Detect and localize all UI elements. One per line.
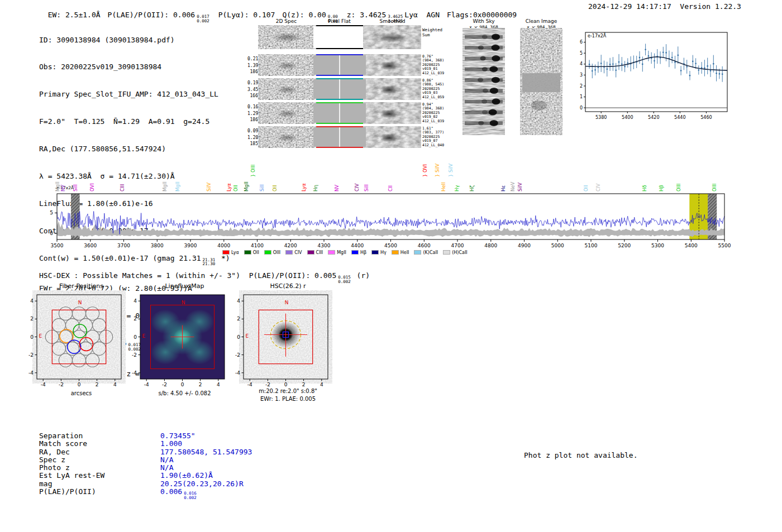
svg-text:2: 2	[30, 316, 34, 322]
match-row-label: Match score	[39, 439, 160, 448]
svg-text:3700: 3700	[117, 243, 130, 248]
match-row-label: mag	[39, 480, 160, 488]
legend-item: OIII	[264, 250, 280, 255]
svg-text:3600: 3600	[84, 243, 97, 248]
svg-text:4200: 4200	[284, 243, 297, 248]
legend-swatch	[443, 250, 450, 255]
smoothed-image	[366, 127, 418, 147]
svg-text:e-17x2Å: e-17x2Å	[588, 32, 607, 39]
with-sky-coords: x, y: 984, 368	[464, 25, 504, 30]
hsc-cutout-title: HSC(26.2) r	[229, 282, 332, 290]
pixel-flat-image	[313, 103, 366, 123]
match-row-label: Est LyA rest-EW	[39, 471, 160, 480]
hsc-caption-2: EWr: 1. PLAE: 0.005	[229, 396, 332, 402]
cutout-row-weighted	[260, 25, 419, 49]
svg-text:5420: 5420	[648, 115, 659, 120]
svg-text:4400: 4400	[351, 243, 364, 248]
clean-image-noise	[522, 33, 560, 130]
col-header-pixelflat: Pixel Flat	[313, 18, 366, 24]
match-row: mag20.25(20.23,20.26)R	[39, 480, 252, 487]
line-label: NeV	[510, 181, 516, 191]
legend-item: OII	[244, 250, 259, 255]
line-label: } SiIV	[448, 164, 454, 177]
legend-swatch	[244, 250, 251, 255]
line-label: OVI	[89, 183, 95, 191]
legend-item: Hβ	[351, 250, 366, 255]
svg-text:6: 6	[580, 40, 583, 45]
weighted-sum-label: Weighted Sum	[422, 27, 442, 37]
fiber-positions-title: Fiber Positions	[22, 282, 126, 290]
line-label: HeII	[441, 182, 446, 191]
north-marker: N	[285, 300, 289, 305]
smoothed-image	[366, 55, 418, 75]
match-row-value: 1.000	[160, 439, 182, 448]
match-row: Match score1.000	[39, 439, 252, 447]
line-label: MgII	[162, 181, 168, 191]
east-marker: E	[246, 333, 249, 339]
match-row-label: P(LAE)/P(OII)	[39, 487, 160, 496]
north-marker: N	[78, 300, 82, 305]
svg-text:-4: -4	[28, 370, 34, 376]
svg-text:5: 5	[50, 210, 53, 215]
fiber-weights: 0.211.39186	[247, 56, 258, 75]
legend-item: MgII	[328, 250, 346, 255]
seeing-stats: F=2.0" T=0.125 N̄=1.29 A=0.91 g=24.5	[39, 117, 230, 126]
gmag-uncertainty: 21.3121.30	[203, 258, 216, 266]
legend-swatch	[328, 250, 335, 255]
match-row-value: N/A	[160, 456, 173, 464]
svg-text:4: 4	[113, 382, 117, 387]
smoothed-image	[366, 103, 418, 123]
svg-text:5440: 5440	[674, 115, 685, 120]
line-label: MgII	[55, 181, 60, 191]
match-row: Photo zN/A	[39, 463, 252, 471]
svg-text:5400: 5400	[685, 243, 698, 248]
match-row-value: 20.25(20.23,20.26)R	[160, 480, 244, 488]
line-label: } SiIV	[435, 164, 440, 177]
2d-spec-image	[261, 55, 313, 75]
legend-swatch	[222, 250, 230, 255]
svg-text:5200: 5200	[618, 243, 631, 248]
line-label: SiII	[259, 184, 265, 191]
svg-text:0: 0	[284, 382, 288, 387]
north-marker: N	[182, 300, 185, 305]
legend-swatch	[392, 250, 399, 255]
smoothed-image	[366, 26, 418, 48]
svg-text:-4: -4	[144, 382, 149, 387]
line-label: Hγ	[454, 185, 460, 191]
svg-text:5: 5	[580, 51, 583, 56]
line-label: SiIV	[206, 183, 212, 191]
match-row: RA, Dec177.580548, 51.547993	[39, 448, 252, 456]
legend-item: (K)CaII	[414, 250, 438, 255]
svg-text:5500: 5500	[718, 243, 731, 248]
svg-text:-2: -2	[59, 382, 64, 387]
svg-text:5460: 5460	[700, 115, 712, 120]
line-label: NV	[60, 185, 66, 191]
svg-text:4: 4	[320, 382, 323, 387]
line-label: OIII	[712, 184, 717, 191]
legend-swatch	[414, 250, 421, 255]
lineflux-map-title: Lineflux Map	[126, 282, 229, 290]
photz-note: Phot z plot not available.	[524, 451, 638, 459]
svg-text:4: 4	[217, 382, 220, 387]
legend-item: Hγ	[371, 250, 387, 255]
spec-cutouts: 2D Spec Pixel Flat Smoothed Weighted Sum…	[247, 25, 482, 154]
svg-text:0: 0	[580, 106, 583, 111]
hsc-cutout-panel: NE-4-4-2-2002244	[229, 293, 332, 389]
line-label: Hβ	[659, 185, 664, 191]
with-sky-title: With Sky	[464, 18, 504, 24]
svg-text:5100: 5100	[585, 243, 598, 248]
svg-text:0: 0	[30, 334, 34, 340]
svg-text:-4: -4	[41, 382, 46, 387]
line-label: Hδ	[642, 185, 647, 191]
legend-swatch	[264, 250, 271, 255]
svg-text:2: 2	[580, 84, 583, 89]
match-row: P(LAE)/P(OII)0.0060.0160.002	[39, 487, 252, 495]
hsc-caption-1: m:20.2 re:2.0" s:0.8"	[229, 388, 332, 394]
plae-match-uncertainty: 0.0160.002	[184, 491, 197, 500]
line-label: CII	[388, 185, 393, 191]
primary-spec-slot: Primary Spec_Slot_IFU_AMP: 412_013_043_L…	[39, 90, 230, 99]
east-marker: E	[142, 333, 146, 339]
fiber-annotation: 0.94"(984, 368)20200225v019_02412_LL_039	[422, 103, 444, 123]
fiber-weights: 0.161.29186	[247, 104, 258, 123]
svg-text:-2: -2	[162, 382, 167, 387]
